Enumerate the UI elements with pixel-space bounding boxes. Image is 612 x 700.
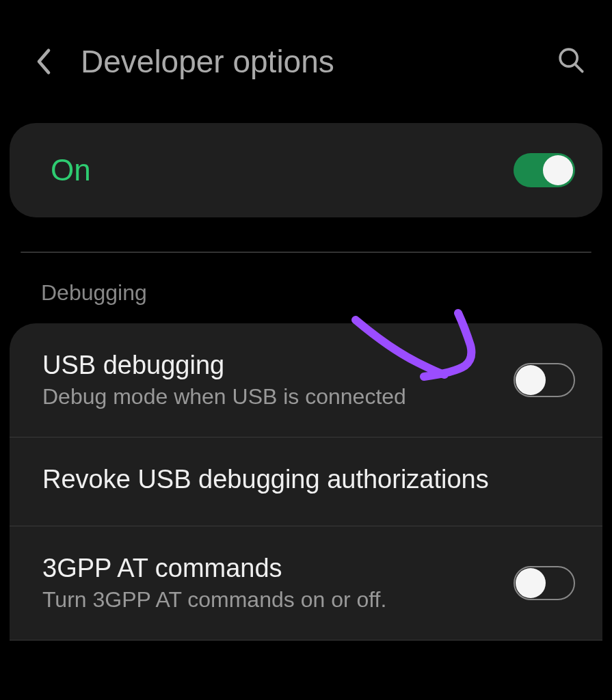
master-toggle-card[interactable]: On: [10, 123, 602, 217]
setting-3gpp-at-commands[interactable]: 3GPP AT commands Turn 3GPP AT commands o…: [10, 526, 602, 641]
setting-subtitle: Turn 3GPP AT commands on or off.: [42, 587, 514, 612]
header-bar: Developer options: [0, 0, 612, 123]
master-toggle-switch[interactable]: [514, 153, 575, 187]
setting-title: USB debugging: [42, 351, 514, 380]
usb-debugging-toggle[interactable]: [514, 363, 575, 397]
settings-card: USB debugging Debug mode when USB is con…: [10, 323, 602, 641]
setting-subtitle: Debug mode when USB is connected: [42, 384, 514, 409]
section-header-debugging: Debugging: [0, 273, 612, 323]
setting-title: Revoke USB debugging authorizations: [42, 465, 575, 494]
page-title: Developer options: [81, 43, 557, 80]
svg-line-1: [576, 65, 583, 72]
3gpp-at-commands-toggle[interactable]: [514, 566, 575, 600]
divider: [21, 252, 591, 253]
master-toggle-label: On: [51, 153, 91, 187]
setting-title: 3GPP AT commands: [42, 554, 514, 583]
search-icon[interactable]: [557, 46, 585, 77]
setting-usb-debugging[interactable]: USB debugging Debug mode when USB is con…: [10, 323, 602, 438]
setting-revoke-usb-auth[interactable]: Revoke USB debugging authorizations: [10, 438, 602, 526]
back-icon[interactable]: [34, 47, 53, 76]
